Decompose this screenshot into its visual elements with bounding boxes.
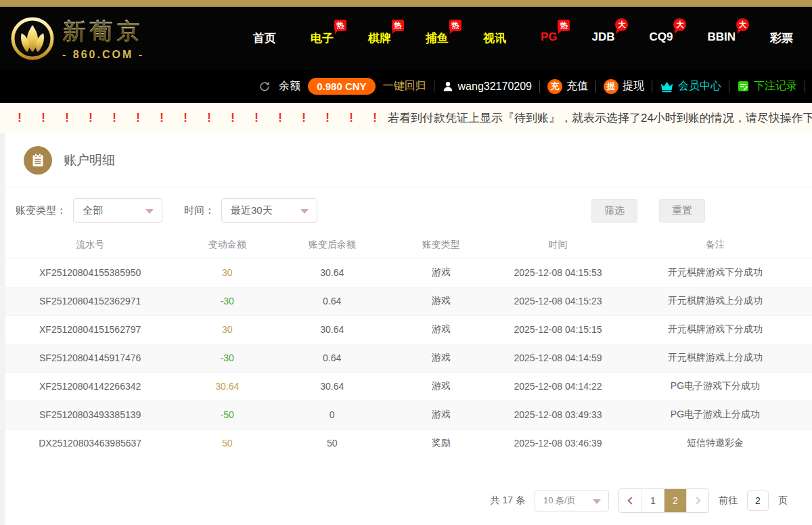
- chevron-down-icon: [145, 209, 154, 218]
- cell-type: 游戏: [384, 401, 497, 429]
- one-key-return-link[interactable]: 一键回归: [383, 79, 426, 93]
- page-size-select[interactable]: 10 条/页: [535, 490, 609, 511]
- logo-domain: - 860.COM -: [62, 49, 144, 61]
- table-row: SF25120804145917476 -30 0.64 游戏 2025-12-…: [5, 344, 812, 372]
- cell-amount: 50: [175, 429, 279, 457]
- table-row: XF25120804155385950 30 30.64 游戏 2025-12-…: [5, 258, 812, 287]
- reset-button[interactable]: 重置: [659, 199, 705, 223]
- hot-badge: 热: [392, 20, 404, 31]
- refresh-icon[interactable]: [258, 80, 271, 93]
- ledger-icon: [24, 146, 52, 175]
- divider: [434, 81, 434, 93]
- cell-serial: XF25120804151562797: [5, 315, 175, 344]
- cell-remark: PG电子游戏上分成功: [618, 401, 812, 429]
- cell-serial: SF25120803493385139: [5, 401, 175, 429]
- cell-time: 2025-12-08 04:15:15: [497, 315, 618, 344]
- main-menu: 首页 电子热 棋牌热 捕鱼热 视讯 PG热 JDB大 CQ9大 BBIN大 彩票: [253, 30, 793, 46]
- table-row: SF25120803493385139 -50 0 游戏 2025-12-08 …: [5, 401, 812, 429]
- cell-amount: -30: [175, 344, 279, 372]
- username: wang32170209: [458, 81, 532, 93]
- pager: 1 2: [618, 488, 709, 513]
- cell-time: 2025-12-08 04:14:22: [497, 372, 618, 401]
- member-center-link[interactable]: 会员中心: [660, 79, 721, 93]
- balance-value[interactable]: 0.980 CNY: [308, 78, 375, 95]
- cell-time: 2025-12-08 04:15:23: [497, 287, 618, 315]
- menu-item-cq9[interactable]: CQ9大: [649, 30, 673, 46]
- header-balance: 账变后余额: [279, 231, 384, 258]
- page-button-1[interactable]: 1: [641, 489, 664, 512]
- record-note-icon: [737, 80, 750, 93]
- type-filter-label: 账变类型：: [16, 204, 66, 217]
- hot-badge: 热: [334, 20, 346, 31]
- divider: [652, 81, 652, 93]
- deposit-button[interactable]: 充 充值: [547, 79, 588, 94]
- cell-balance: 0: [279, 401, 384, 429]
- prev-page-button[interactable]: [619, 489, 641, 512]
- divider: [595, 81, 596, 93]
- cell-remark: 开元棋牌游戏上分成功: [618, 344, 812, 372]
- cell-type: 游戏: [384, 315, 497, 344]
- cell-balance: 0.64: [279, 287, 384, 315]
- cell-time: 2025-12-08 03:49:33: [497, 401, 618, 429]
- big-badge: 大: [736, 18, 749, 31]
- cell-balance: 30.64: [279, 258, 384, 287]
- cell-type: 奖励: [384, 429, 497, 457]
- menu-item-home[interactable]: 首页: [253, 30, 276, 46]
- cell-amount: 30.64: [175, 372, 279, 401]
- bet-records-link[interactable]: 下注记录: [737, 79, 797, 93]
- page-button-2-active[interactable]: 2: [664, 489, 686, 512]
- user-account[interactable]: wang32170209: [442, 81, 532, 93]
- header-remark: 备注: [618, 231, 812, 258]
- menu-item-jdb[interactable]: JDB大: [591, 30, 614, 46]
- time-filter-select[interactable]: 最近30天: [221, 198, 317, 223]
- menu-item-live[interactable]: 视讯: [483, 30, 506, 46]
- menu-item-pg[interactable]: PG热: [541, 30, 558, 46]
- page-title: 账户明细: [64, 152, 115, 169]
- cell-balance: 30.64: [279, 315, 384, 344]
- withdraw-button[interactable]: 提 提现: [604, 79, 644, 94]
- withdraw-icon: 提: [604, 79, 618, 94]
- cell-balance: 30.64: [279, 372, 384, 401]
- menu-item-fishing[interactable]: 捕鱼热: [426, 30, 449, 46]
- cell-remark: PG电子游戏下分成功: [618, 372, 812, 401]
- filter-bar: 账变类型： 全部 时间： 最近30天 筛选 重置: [5, 198, 812, 223]
- main-navbar: 新葡京 - 860.COM - 首页 电子热 棋牌热 捕鱼热 视讯 PG热 JD…: [0, 7, 812, 70]
- cell-serial: DX25120803463985637: [5, 429, 175, 457]
- logo-emblem-icon: [11, 17, 54, 60]
- type-filter-select[interactable]: 全部: [73, 198, 162, 223]
- cell-time: 2025-12-08 03:46:39: [497, 429, 618, 457]
- filter-button[interactable]: 筛选: [591, 199, 637, 223]
- header-time: 时间: [497, 231, 618, 258]
- time-filter-label: 时间：: [184, 204, 215, 217]
- cell-type: 游戏: [384, 372, 497, 401]
- menu-item-lottery[interactable]: 彩票: [770, 30, 793, 46]
- user-bar: 余额 0.980 CNY 一键回归 wang32170209 充 充值 提 提现…: [0, 70, 812, 103]
- next-page-button[interactable]: [686, 489, 708, 512]
- table-row: XF25120804142266342 30.64 30.64 游戏 2025-…: [5, 372, 812, 401]
- hot-badge: 热: [449, 20, 461, 31]
- header-type: 账变类型: [384, 231, 497, 258]
- cell-balance: 50: [279, 429, 384, 457]
- cell-serial: SF25120804145917476: [5, 344, 175, 372]
- logo-title: 新葡京: [63, 16, 144, 47]
- divider: [805, 81, 805, 93]
- cell-amount: -30: [175, 287, 279, 315]
- notice-text: 若看到付款凭证上显示『待到账』，就表示选择了24小时到账的情况，请尽快操作下述步…: [388, 110, 812, 126]
- table-row: XF25120804151562797 30 30.64 游戏 2025-12-…: [5, 315, 812, 344]
- crown-icon: [660, 81, 674, 93]
- cell-balance: 0.64: [279, 344, 384, 372]
- menu-item-bbin[interactable]: BBIN大: [707, 30, 736, 46]
- chevron-right-icon: [693, 497, 700, 504]
- cell-time: 2025-12-08 04:15:53: [497, 258, 618, 287]
- menu-item-cards[interactable]: 棋牌热: [368, 30, 391, 46]
- table-row: SF25120804152362971 -30 0.64 游戏 2025-12-…: [5, 287, 812, 315]
- site-logo[interactable]: 新葡京 - 860.COM -: [11, 16, 144, 61]
- goto-page-input[interactable]: [747, 490, 769, 511]
- menu-item-slots[interactable]: 电子热: [311, 30, 334, 46]
- pagination: 共 17 条 10 条/页 1 2 前往 页: [5, 488, 812, 513]
- cell-remark: 开元棋牌游戏下分成功: [618, 315, 812, 344]
- account-detail-table: 流水号 变动金额 账变后余额 账变类型 时间 备注 XF251208041553…: [5, 231, 812, 457]
- hot-badge: 热: [558, 20, 570, 31]
- cell-amount: -50: [175, 401, 279, 429]
- account-detail-card: 账户明细 账变类型： 全部 时间： 最近30天 筛选 重置 流水号 变动金额 账…: [5, 133, 812, 525]
